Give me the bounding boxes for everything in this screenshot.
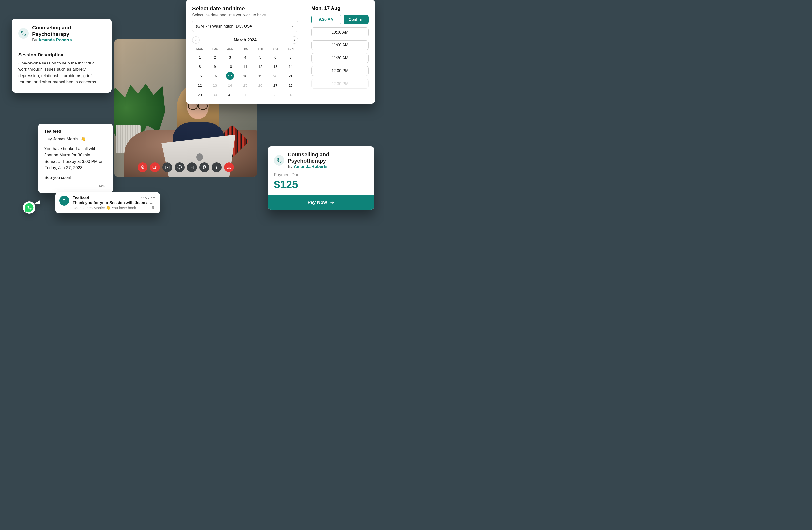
calendar-day[interactable]: 24 bbox=[226, 81, 234, 89]
calendar-day[interactable]: 9 bbox=[211, 62, 219, 70]
raise-hand-icon bbox=[202, 165, 207, 170]
calendar-dow: MON bbox=[192, 46, 207, 52]
hang-up-button[interactable] bbox=[224, 162, 234, 172]
calendar-day[interactable]: 14 bbox=[287, 62, 294, 70]
calendar-day[interactable]: 29 bbox=[196, 91, 204, 99]
session-byline: By Amanda Roberts bbox=[32, 38, 105, 43]
svg-point-8 bbox=[216, 166, 217, 167]
calendar-day[interactable]: 4 bbox=[287, 91, 294, 99]
provider-link[interactable]: Amanda Roberts bbox=[38, 38, 72, 42]
calendar-prev-button[interactable] bbox=[192, 36, 200, 44]
emoji-button[interactable] bbox=[175, 162, 185, 172]
calendar-day[interactable]: 13 bbox=[272, 62, 279, 70]
chevron-left-icon bbox=[194, 38, 198, 42]
mic-off-button[interactable] bbox=[137, 162, 147, 172]
calendar-dow: TUE bbox=[207, 46, 222, 52]
hang-up-icon bbox=[227, 165, 231, 170]
confirm-button[interactable]: Confirm bbox=[344, 15, 368, 25]
calendar-day[interactable]: 1 bbox=[241, 91, 249, 99]
calendar-day[interactable]: 31 bbox=[226, 91, 234, 99]
whatsapp-icon[interactable] bbox=[23, 201, 35, 214]
time-slot[interactable]: 11:30 AM bbox=[311, 53, 368, 63]
captions-button[interactable] bbox=[162, 162, 172, 172]
time-slot-list: 9:30 AMConfirm10:30 AM11:00 AM11:30 AM12… bbox=[311, 15, 368, 89]
picker-heading: Select date and time bbox=[192, 5, 298, 12]
calendar-day[interactable]: 19 bbox=[257, 72, 264, 80]
calendar-day[interactable]: 28 bbox=[287, 81, 294, 89]
by-prefix: By bbox=[288, 164, 294, 169]
chat-body: You have booked a call with Joanna Murre… bbox=[44, 146, 106, 171]
calendar-day[interactable]: 16 bbox=[211, 72, 219, 80]
captions-icon bbox=[165, 165, 170, 170]
by-prefix: By bbox=[32, 38, 38, 42]
calendar-day[interactable]: 3 bbox=[272, 91, 279, 99]
calendar-day[interactable]: 23 bbox=[211, 81, 219, 89]
picker-subheading: Select the date and time you want to hav… bbox=[192, 13, 298, 17]
calendar-day[interactable]: 15 bbox=[196, 72, 204, 80]
pay-now-button[interactable]: Pay Now bbox=[267, 195, 374, 210]
calendar-day[interactable]: 25 bbox=[241, 81, 249, 89]
emoji-icon bbox=[177, 165, 182, 170]
provider-link[interactable]: Amanda Roberts bbox=[294, 164, 328, 169]
calendar-day[interactable]: 6 bbox=[272, 53, 279, 61]
present-screen-button[interactable] bbox=[187, 162, 197, 172]
more-options-button[interactable] bbox=[212, 162, 221, 172]
video-off-button[interactable] bbox=[150, 162, 160, 172]
calendar-dow: SUN bbox=[283, 46, 298, 52]
phone-icon bbox=[18, 28, 29, 39]
calendar-dow: THU bbox=[238, 46, 253, 52]
time-slot[interactable]: 12:00 PM bbox=[311, 66, 368, 76]
raise-hand-button[interactable] bbox=[199, 162, 209, 172]
calendar-day[interactable]: 27 bbox=[272, 81, 279, 89]
calendar-day[interactable]: 12 bbox=[257, 62, 264, 70]
session-desc-heading: Session Description bbox=[18, 52, 105, 58]
session-description-card: Counseling and Psychotherapy By Amanda R… bbox=[12, 18, 112, 93]
svg-point-4 bbox=[178, 166, 181, 169]
date-time-picker: Select date and time Select the date and… bbox=[186, 0, 375, 103]
calendar-day[interactable]: 30 bbox=[211, 91, 219, 99]
time-slot[interactable]: 10:30 AM bbox=[311, 27, 368, 37]
notification-avatar: t bbox=[59, 196, 69, 205]
time-slot[interactable]: 11:00 AM bbox=[311, 40, 368, 50]
phone-icon bbox=[274, 155, 284, 166]
chat-closing: See you soon! bbox=[44, 174, 106, 181]
payment-due-label: Payment Due: bbox=[274, 172, 368, 177]
chat-timestamp: 14:38 bbox=[44, 184, 106, 188]
calendar-day[interactable]: 26 bbox=[257, 81, 264, 89]
calendar-day[interactable]: 8 bbox=[196, 62, 204, 70]
calendar-day[interactable]: 22 bbox=[196, 81, 204, 89]
chevron-down-icon bbox=[291, 25, 294, 28]
calendar-day[interactable]: 5 bbox=[257, 53, 264, 61]
calendar-day[interactable]: 21 bbox=[287, 72, 294, 80]
calendar-day[interactable]: 4 bbox=[241, 53, 249, 61]
payment-amount: $125 bbox=[274, 178, 368, 191]
timezone-select[interactable]: (GMT-4) Washington, DC, USA bbox=[192, 21, 298, 32]
notification-preview: Dear James Morris! 👋 You have book... bbox=[73, 205, 149, 210]
calendar-day[interactable]: 17 bbox=[226, 72, 234, 80]
calendar-day[interactable]: 7 bbox=[287, 53, 294, 61]
video-off-icon bbox=[153, 165, 157, 170]
selected-date: Mon, 17 Aug bbox=[311, 5, 368, 11]
payment-card: Counselling and Psychotherapy By Amanda … bbox=[267, 146, 374, 210]
present-screen-icon bbox=[189, 165, 194, 170]
notification-card[interactable]: t Tealfeed 11:27 pm Thank you for your S… bbox=[55, 192, 160, 214]
calendar-day[interactable]: 3 bbox=[226, 53, 234, 61]
calendar-grid: MONTUEWEDTHUFRISATSUN1234567891011121314… bbox=[192, 46, 298, 99]
calendar-day[interactable]: 20 bbox=[272, 72, 279, 80]
calendar-next-button[interactable] bbox=[291, 36, 298, 44]
chat-message-card: Tealfeed Hey James Morris! 👋 You have bo… bbox=[38, 124, 113, 193]
calendar-day[interactable]: 10 bbox=[226, 62, 234, 70]
calendar-day[interactable]: 2 bbox=[211, 53, 219, 61]
svg-point-5 bbox=[178, 167, 179, 167]
calendar-dow: WED bbox=[222, 46, 238, 52]
time-slot[interactable]: 9:30 AM bbox=[311, 15, 341, 25]
payment-title: Counselling and Psychotherapy bbox=[288, 152, 368, 164]
calendar-day[interactable]: 11 bbox=[241, 62, 249, 70]
svg-point-9 bbox=[216, 167, 217, 168]
calendar-day[interactable]: 1 bbox=[196, 53, 204, 61]
chat-sender: Tealfeed bbox=[44, 129, 106, 134]
calendar-day[interactable]: 2 bbox=[257, 91, 264, 99]
calendar-dow: FRI bbox=[253, 46, 268, 52]
pin-icon bbox=[151, 205, 155, 210]
calendar-day[interactable]: 18 bbox=[241, 72, 249, 80]
